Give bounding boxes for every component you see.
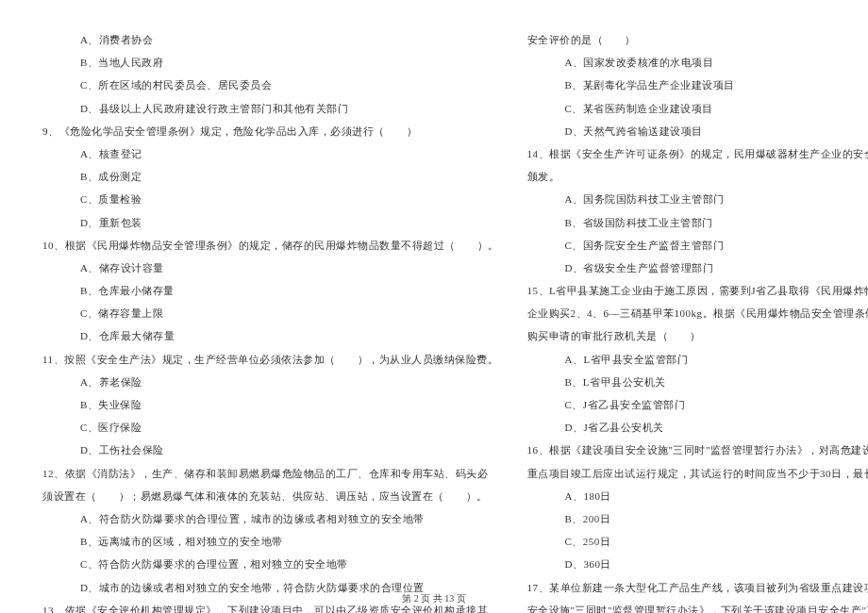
left-column: A、消费者协会B、当地人民政府C、所在区域的村民委员会、居民委员会D、县级以上人…: [42, 28, 499, 566]
text-line: D、工伤社会保险: [42, 439, 499, 461]
text-line: C、储存容量上限: [42, 302, 499, 324]
page-content: A、消费者协会B、当地人民政府C、所在区域的村民委员会、居民委员会D、县级以上人…: [0, 0, 868, 585]
text-line: 安全评价的是（ ）: [527, 28, 869, 51]
text-line: 10、根据《民用爆炸物品安全管理条例》的规定，储存的民用爆炸物品数量不得超过（ …: [42, 234, 499, 257]
text-line: B、仓库最小储存量: [42, 279, 499, 302]
text-line: C、某省医药制造企业建设项目: [527, 97, 869, 120]
text-line: B、远离城市的区域，相对独立的安全地带: [42, 530, 499, 553]
text-line: B、省级国防科技工业主管部门: [527, 211, 869, 234]
text-line: 购买申请的审批行政机关是（ ）: [527, 324, 869, 347]
text-line: B、200日: [527, 507, 869, 530]
text-line: C、所在区域的村民委员会、居民委员会: [42, 74, 499, 96]
right-column: 安全评价的是（ ）A、国家发改委核准的水电项目B、某剧毒化学品生产企业建设项目C…: [527, 28, 869, 566]
text-line: 12、依据《消防法》，生产、储存和装卸易燃易爆危险物品的工厂、仓库和专用车站、码…: [42, 462, 499, 485]
text-line: C、医疗保险: [42, 416, 499, 439]
text-line: 14、根据《安全生产许可证条例》的规定，民用爆破器材生产企业的安全生产许可证由（…: [527, 142, 869, 165]
text-line: B、失业保险: [42, 393, 499, 416]
text-line: 须设置在（ ）；易燃易爆气体和液体的充装站、供应站、调压站，应当设置在（ ）。: [42, 485, 499, 507]
text-line: D、重新包装: [42, 211, 499, 234]
text-line: 15、L省甲县某施工企业由于施工原因，需要到J省乙县取得《民用爆炸物品销售许可证…: [527, 279, 869, 302]
text-line: B、成份测定: [42, 165, 499, 188]
text-line: D、360日: [527, 553, 869, 575]
text-line: D、县级以上人民政府建设行政主管部门和其他有关部门: [42, 97, 499, 120]
text-line: D、省级安全生产监督管理部门: [527, 257, 869, 279]
text-line: D、天然气跨省输送建设项目: [527, 120, 869, 142]
text-line: C、符合防火防爆要求的合理位置，相对独立的安全地带: [42, 553, 499, 575]
text-line: B、当地人民政府: [42, 51, 499, 74]
text-line: 9、《危险化学品安全管理条例》规定，危险化学品出入库，必须进行（ ）: [42, 120, 499, 142]
text-line: 11、按照《安全生产法》规定，生产经营单位必须依法参加（ ），为从业人员缴纳保险…: [42, 348, 499, 371]
text-line: 16、根据《建设项目安全设施"三同时"监督管理暂行办法》，对高危建设项目和国家、…: [527, 439, 869, 461]
text-line: A、养老保险: [42, 371, 499, 393]
page-footer: 第 2 页 共 13 页: [0, 592, 868, 605]
text-line: C、国务院安全生产监督主管部门: [527, 234, 869, 257]
text-line: D、仓库最大储存量: [42, 324, 499, 347]
text-line: C、J省乙县安全监管部门: [527, 393, 869, 416]
text-line: A、符合防火防爆要求的合理位置，城市的边缘或者相对独立的安全地带: [42, 507, 499, 530]
text-line: A、国家发改委核准的水电项目: [527, 51, 869, 74]
text-line: 企业购买2、4、6—三硝基甲苯100kg。根据《民用爆炸物品安全管理条例》，该施…: [527, 302, 869, 324]
text-line: A、国务院国防科技工业主管部门: [527, 188, 869, 210]
text-line: A、消费者协会: [42, 28, 499, 51]
text-line: A、储存设计容量: [42, 257, 499, 279]
text-line: C、质量检验: [42, 188, 499, 210]
text-line: 颁发。: [527, 165, 869, 188]
text-line: A、L省甲县安全监管部门: [527, 348, 869, 371]
text-line: 重点项目竣工后应出试运行规定，其试运行的时间应当不少于30日，最长不超过（ ）: [527, 462, 869, 485]
text-line: A、180日: [527, 485, 869, 507]
text-line: D、J省乙县公安机关: [527, 416, 869, 439]
text-line: B、某剧毒化学品生产企业建设项目: [527, 74, 869, 96]
text-line: C、250日: [527, 530, 869, 553]
text-line: A、核查登记: [42, 142, 499, 165]
text-line: B、L省甲县公安机关: [527, 371, 869, 393]
